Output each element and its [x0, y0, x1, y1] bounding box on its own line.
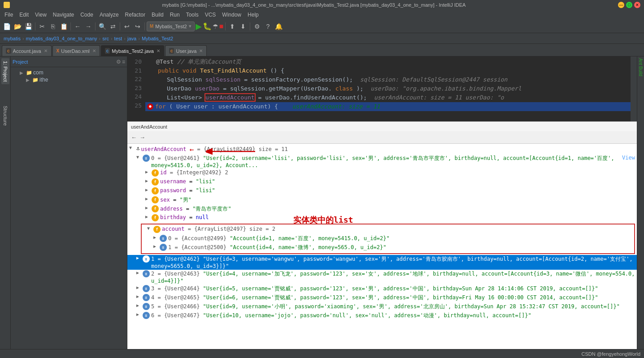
view-link-0[interactable]: View: [622, 155, 635, 161]
menu-refactor[interactable]: Refactor: [122, 11, 148, 19]
item3-expand-arrow[interactable]: ▶: [136, 285, 143, 290]
debug-item-3[interactable]: ▶ ≡ 3 = {User@2464} "User{id=5, username…: [127, 285, 637, 293]
toolbar-open-btn[interactable]: 📂: [13, 22, 22, 31]
toolbar-redo-btn[interactable]: ↪: [133, 22, 143, 31]
menu-navigate[interactable]: Navigate: [50, 11, 77, 19]
menu-edit[interactable]: Edit: [17, 11, 31, 19]
menu-help[interactable]: Help: [245, 11, 261, 19]
menu-run[interactable]: Run: [167, 11, 183, 19]
sidebar-gear[interactable]: ⚙: [116, 59, 121, 65]
breadcrumb-src[interactable]: src: [102, 36, 109, 41]
debug-item-0[interactable]: ▼ ≡ 0 = {User@2461} "User{id=2, username…: [127, 154, 637, 169]
menu-window[interactable]: Window: [219, 11, 244, 19]
debug-field-id[interactable]: ▶ f id = {Integer@2492} 2: [127, 169, 637, 178]
debug-field-birthday[interactable]: ▶ f birthday = null: [127, 214, 637, 223]
debug-forward-btn[interactable]: →: [139, 134, 145, 141]
toolbar-forward-btn[interactable]: →: [83, 22, 93, 31]
menu-code[interactable]: Code: [78, 11, 96, 19]
stop-button[interactable]: ■: [219, 22, 224, 30]
tab-user-java[interactable]: c User.java ✕: [165, 45, 207, 56]
editor-scrollbar[interactable]: [631, 56, 637, 121]
debug-item-6[interactable]: ▶ ≡ 6 = {User@2467} "User{id=10, usernam…: [127, 311, 637, 320]
debug-back-btn[interactable]: ←: [131, 134, 137, 141]
breadcrumb-file[interactable]: Mybatis_Test2: [142, 36, 173, 41]
debug-item-1[interactable]: ▶ ≡ 1 = {User@2462} "User{id=3, username…: [127, 255, 637, 270]
tab-userdao-xml[interactable]: X UserDao.xml ✕: [52, 45, 100, 56]
toolbar-commit-btn[interactable]: ⬇: [238, 22, 248, 31]
menu-tools[interactable]: Tools: [183, 11, 201, 19]
debug-item-2[interactable]: ▶ ≡ 2 = {User@2463} "User{id=4, username…: [127, 270, 637, 285]
run-button[interactable]: ▶: [196, 22, 202, 31]
field-username-arrow[interactable]: ▶: [145, 178, 152, 183]
panel-tab-structure[interactable]: Structure: [1, 103, 9, 129]
debug-field-address[interactable]: ▶ f address = "青岛市平度市": [127, 205, 637, 214]
run-config-selector[interactable]: M Mybatis_Test2 ▾: [147, 22, 195, 31]
tab-close-test2[interactable]: ✕: [157, 48, 160, 53]
toolbar-search-btn[interactable]: 🔍: [97, 22, 107, 31]
window-controls[interactable]: — □ ✕: [618, 2, 640, 8]
menu-analyze[interactable]: Analyze: [97, 11, 122, 19]
tab-account-java[interactable]: c Account.java ✕: [2, 45, 52, 56]
item2-expand-arrow[interactable]: ▶: [136, 270, 143, 275]
account0-arrow[interactable]: ▶: [153, 235, 160, 240]
toolbar-settings-btn[interactable]: ⚙: [252, 22, 262, 31]
tab-mybatis-test2[interactable]: c Mybatis_Test2.java ✕: [101, 45, 164, 56]
breadcrumb-mybatis[interactable]: mybatis: [4, 36, 21, 41]
toolbar-new-btn[interactable]: 📄: [2, 22, 12, 31]
tab-close-account[interactable]: ✕: [44, 48, 48, 53]
toolbar-vcs-btn[interactable]: ⬆: [227, 22, 237, 31]
debug-account-1[interactable]: ▶ ≡ 1 = {Account@2500} "Account{id=4, na…: [143, 243, 633, 252]
debug-field-account[interactable]: ▼ f account = {ArrayList@2497} size = 2: [143, 225, 633, 234]
minimize-button[interactable]: —: [618, 2, 624, 8]
item6-expand-arrow[interactable]: ▶: [136, 312, 143, 317]
breadcrumb-test[interactable]: test: [114, 36, 122, 41]
maximize-button[interactable]: □: [626, 2, 632, 8]
item5-expand-arrow[interactable]: ▶: [136, 303, 143, 308]
ant-build-tab[interactable]: Ant Build: [638, 58, 643, 76]
breadcrumb-day03[interactable]: mybatis_day03_4_one_to_many: [26, 36, 97, 41]
toolbar-back-btn[interactable]: ←: [73, 22, 83, 31]
field-password-arrow[interactable]: ▶: [145, 187, 152, 192]
field-account-arrow[interactable]: ▼: [147, 226, 153, 231]
run-config-name: Mybatis_Test2: [155, 24, 187, 29]
debug-button[interactable]: 🐛: [203, 22, 212, 30]
close-button[interactable]: ✕: [634, 2, 640, 8]
field-id-arrow[interactable]: ▶: [145, 169, 152, 174]
menu-build[interactable]: Build: [149, 11, 166, 19]
toolbar-paste-btn[interactable]: 📋: [59, 22, 69, 31]
item4-expand-arrow[interactable]: ▶: [136, 294, 143, 299]
debug-field-username[interactable]: ▶ f username = "lisi": [127, 178, 637, 187]
tree-item-com[interactable]: ▶ 📁 com: [11, 69, 127, 76]
menu-vcs[interactable]: VCS: [202, 11, 219, 19]
item0-expand-arrow[interactable]: ▼: [136, 155, 143, 160]
field-icon-password: f: [152, 187, 159, 194]
field-birthday-arrow[interactable]: ▶: [145, 214, 152, 219]
toolbar-help-btn[interactable]: ?: [263, 22, 273, 31]
toolbar-copy-btn[interactable]: ⎘: [48, 22, 58, 31]
breadcrumb-java[interactable]: java: [127, 36, 136, 41]
tab-close-userdao[interactable]: ✕: [92, 48, 96, 53]
toolbar-notifications-btn[interactable]: 🔔: [274, 22, 283, 31]
sidebar-expand[interactable]: ≡: [122, 59, 125, 65]
root-expand-arrow[interactable]: ▼: [129, 145, 135, 150]
debug-account-0[interactable]: ▶ ≡ 0 = {Account@2499} "Account{id=1, na…: [143, 234, 633, 243]
debug-field-password[interactable]: ▶ f password = "lisi": [127, 187, 637, 196]
menu-file[interactable]: File: [2, 11, 16, 19]
coverage-button[interactable]: ☂: [213, 23, 218, 30]
toolbar-save-btn[interactable]: 💾: [23, 22, 33, 31]
toolbar-undo-btn[interactable]: ↩: [122, 22, 132, 31]
debug-field-sex[interactable]: ▶ f sex = "男": [127, 196, 637, 205]
field-sex-arrow[interactable]: ▶: [145, 196, 152, 201]
debug-root-var[interactable]: ▼ ⚓ userAndAccount ← = {ArrayList@2449} …: [127, 145, 637, 154]
toolbar-replace-btn[interactable]: ⇄: [108, 22, 118, 31]
item1-expand-arrow[interactable]: ▶: [136, 255, 143, 260]
tab-close-user[interactable]: ✕: [199, 48, 203, 53]
account1-arrow[interactable]: ▶: [153, 244, 160, 249]
field-address-arrow[interactable]: ▶: [145, 205, 152, 210]
menu-view[interactable]: View: [32, 11, 49, 19]
debug-item-5[interactable]: ▶ ≡ 5 = {User@2466} "User{id=9, username…: [127, 302, 637, 311]
tree-item-ithe[interactable]: ▶ 📁 ithe: [11, 76, 127, 83]
panel-tab-project[interactable]: 1: Project: [1, 58, 9, 84]
debug-item-4[interactable]: ▶ ≡ 4 = {User@2465} "User{id=6, username…: [127, 293, 637, 302]
toolbar-cut-btn[interactable]: ✂: [37, 22, 47, 31]
